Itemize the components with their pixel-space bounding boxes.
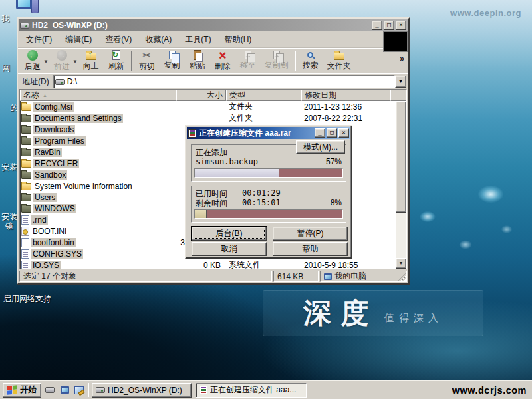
scroll-down-button[interactable]: ▼ bbox=[396, 258, 406, 269]
desktop-icon-label[interactable]: 安装 bbox=[1, 162, 17, 173]
address-dropdown-button[interactable]: ▼ bbox=[395, 76, 406, 88]
menu-item[interactable]: 收藏(A) bbox=[138, 33, 178, 47]
computer-monitor-icon bbox=[16, 0, 32, 9]
cancel-button[interactable]: 取消 bbox=[192, 242, 267, 256]
file-name: System Volume Information bbox=[33, 182, 134, 191]
file-name: BOOT.INI bbox=[31, 227, 68, 236]
column-header-label: 大小 bbox=[207, 90, 223, 101]
maximize-button[interactable]: □ bbox=[327, 128, 337, 138]
toolbar-button-label: 刷新 bbox=[108, 61, 124, 72]
my-computer-desktop-icon[interactable] bbox=[16, 0, 39, 15]
background-button[interactable]: 后台(B) bbox=[192, 227, 267, 241]
address-input[interactable]: D:\ bbox=[53, 75, 395, 88]
file-date-cell: 2007-8-22 22:31 bbox=[301, 114, 390, 123]
toolbar-button-label: 搜索 bbox=[303, 60, 319, 71]
quicklaunch-my-computer-icon[interactable] bbox=[59, 384, 70, 396]
desktop-icon-label[interactable]: 镜 bbox=[5, 221, 13, 232]
up-icon: ↑ bbox=[85, 51, 96, 60]
column-header-label: 类型 bbox=[229, 90, 245, 101]
column-header-size[interactable]: 大小 bbox=[176, 90, 226, 101]
start-button[interactable]: 开始 bbox=[3, 383, 41, 398]
file-row[interactable]: Documents and Settings文件夹2007-8-22 22:31 bbox=[20, 112, 396, 124]
resize-grip[interactable] bbox=[398, 273, 406, 281]
menu-item[interactable]: 编辑(E) bbox=[59, 33, 98, 47]
dropdown-caret-icon[interactable]: ▼ bbox=[43, 57, 49, 65]
dropdown-caret-icon[interactable]: ▼ bbox=[72, 57, 78, 65]
file-name-cell: Sandbox bbox=[20, 170, 176, 180]
column-header-filler bbox=[390, 90, 406, 101]
windows-logo-icon bbox=[7, 385, 17, 394]
toolbar-button-folders[interactable]: 文件夹 bbox=[323, 50, 355, 72]
toolbar-button-label: 前进 bbox=[54, 61, 70, 72]
file-icon bbox=[21, 249, 29, 259]
close-button[interactable]: × bbox=[396, 21, 406, 30]
quicklaunch-show-desktop-icon[interactable] bbox=[73, 384, 85, 396]
toolbar-button-label: 后退 bbox=[25, 61, 41, 72]
toolbar-button-copy[interactable]: 复制 bbox=[160, 50, 185, 72]
toolbar-button-up[interactable]: ↑向上 bbox=[78, 50, 104, 72]
toolbar-button-paste[interactable]: 粘贴 bbox=[185, 50, 210, 72]
address-bar: 地址(D) D:\ ▼ bbox=[18, 73, 408, 90]
column-header-type[interactable]: 类型 bbox=[226, 90, 301, 101]
toolbar-separator bbox=[295, 51, 296, 71]
file-name-cell: BOOT.INI bbox=[20, 227, 176, 236]
quicklaunch-drive-icon[interactable] bbox=[44, 384, 56, 396]
minimize-button[interactable]: _ bbox=[315, 128, 325, 138]
file-name: Sandbox bbox=[33, 170, 67, 180]
file-name-cell: bootfont.bin bbox=[20, 238, 176, 247]
toolbar-button-delete[interactable]: 删除 bbox=[210, 50, 235, 72]
scrollbar-thumb[interactable] bbox=[396, 101, 406, 213]
taskbar-task-button[interactable]: 正在创建压缩文件 aaa... bbox=[196, 383, 307, 398]
file-name: Config.Msi bbox=[33, 102, 74, 112]
help-button[interactable]: 帮助 bbox=[273, 242, 348, 256]
copy-icon bbox=[166, 51, 178, 59]
task-button-area: HD2_OS-WinXP (D:)正在创建压缩文件 aaa... bbox=[92, 383, 307, 398]
search-icon bbox=[305, 51, 316, 59]
close-button[interactable]: × bbox=[338, 128, 349, 138]
time-group: 已用时间 00:01:29 剩余时间 00:15:01 8% bbox=[191, 186, 346, 223]
maximize-button[interactable]: □ bbox=[384, 21, 394, 30]
copyto-icon bbox=[271, 51, 282, 59]
remaining-label: 剩余时间 bbox=[196, 198, 227, 209]
status-size-text: 614 KB bbox=[277, 272, 303, 281]
winrar-progress-dialog: 正在创建压缩文件 aaa.rar _ □ × 模式(M)... 正在添加 sim… bbox=[185, 125, 352, 259]
column-header-date[interactable]: 修改日期 bbox=[301, 90, 390, 101]
task-button-label: HD2_OS-WinXP (D:) bbox=[108, 386, 182, 395]
toolbar-button-copyto: 复制到 bbox=[261, 50, 293, 72]
file-name: Documents and Settings bbox=[33, 114, 123, 123]
desktop-icon-label[interactable]: 启用网络支持 bbox=[3, 293, 51, 305]
toolbar-button-refresh[interactable]: ↻刷新 bbox=[104, 50, 129, 72]
minimize-button[interactable]: _ bbox=[372, 21, 382, 30]
menu-item[interactable]: 查看(V) bbox=[98, 33, 138, 47]
file-name-cell: Users bbox=[20, 193, 176, 202]
desktop-icon-label[interactable]: 我 bbox=[1, 13, 9, 25]
toolbar-button-forward: →前进 bbox=[49, 50, 74, 72]
toolbar-button-search[interactable]: 搜索 bbox=[298, 50, 323, 72]
toolbar-button-label: 文件夹 bbox=[327, 61, 351, 72]
explorer-titlebar[interactable]: HD2_OS-WinXP (D:) _ □ × bbox=[19, 19, 408, 31]
menu-item[interactable]: 工具(T) bbox=[178, 33, 217, 47]
toolbar-button-moveto: 移至 bbox=[235, 50, 261, 72]
file-row[interactable]: Config.Msi文件夹2011-1-23 12:36 bbox=[20, 101, 396, 112]
folder-icon bbox=[21, 149, 31, 156]
moveto-icon bbox=[242, 51, 253, 59]
back-icon: ← bbox=[27, 50, 38, 61]
pause-button[interactable]: 暂停(P) bbox=[273, 227, 348, 241]
file-row[interactable]: IO.SYS0 KB系统文件2010-5-9 18:55 bbox=[20, 259, 396, 269]
file-name: Users bbox=[33, 193, 57, 202]
menu-item[interactable]: 帮助(H) bbox=[218, 33, 259, 47]
toolbar-overflow-chevron[interactable]: » bbox=[400, 54, 404, 63]
toolbar-button-cut[interactable]: 剪切 bbox=[134, 50, 160, 72]
file-name: Program Files bbox=[33, 136, 86, 146]
desktop-icon-label[interactable]: 网 bbox=[2, 63, 10, 74]
column-header-name[interactable]: 名称▲ bbox=[20, 90, 176, 101]
file-name: WINDOWS bbox=[33, 204, 76, 213]
mode-button[interactable]: 模式(M)... bbox=[296, 140, 345, 154]
toolbar-button-back[interactable]: ←后退 bbox=[20, 50, 45, 72]
taskbar-task-button[interactable]: HD2_OS-WinXP (D:) bbox=[92, 383, 192, 398]
deepin-logo-watermark: 深度 值得深入 bbox=[263, 290, 483, 336]
winrar-dialog-titlebar[interactable]: 正在创建压缩文件 aaa.rar _ □ × bbox=[187, 127, 350, 139]
file-size-cell: 0 KB bbox=[176, 261, 226, 270]
menu-item[interactable]: 文件(F) bbox=[19, 33, 59, 47]
vertical-scrollbar[interactable]: ▲ ▼ bbox=[396, 90, 406, 269]
